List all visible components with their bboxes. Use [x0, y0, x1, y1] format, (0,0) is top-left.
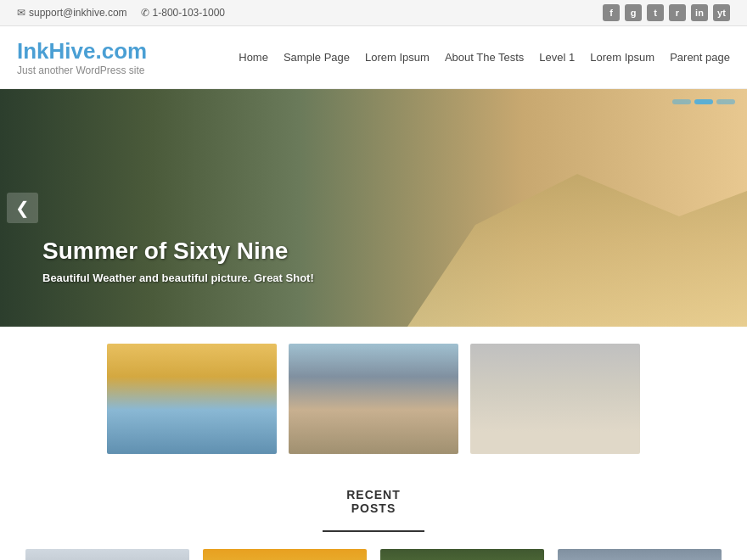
post-card-2: Hello world! Etiam pulvinar urna, lacus!…	[203, 549, 367, 560]
featured-image-3[interactable]	[470, 344, 640, 454]
section-title: RECENT POSTS	[323, 479, 424, 532]
top-bar: ✉ support@inkhive.com ✆ 1-800-103-1000 f…	[0, 0, 747, 26]
nav-parent-page[interactable]: Parent page	[670, 51, 730, 64]
featured-image-1[interactable]	[107, 344, 277, 454]
site-branding: InkHive.com Just another WordPress site	[17, 38, 147, 76]
email-icon: ✉	[17, 7, 25, 19]
featured-image-2[interactable]	[289, 344, 458, 454]
nav-lorem-ipsum-1[interactable]: Lorem Ipsum	[365, 51, 430, 64]
nav-home[interactable]: Home	[239, 51, 268, 64]
nav-about-tests[interactable]: About The Tests	[445, 51, 524, 64]
post-card-4: Images Test Image Alignment Tests: Un-Ca…	[558, 549, 722, 560]
slider-dot-2[interactable]	[694, 99, 713, 104]
rss-icon[interactable]: r	[669, 4, 686, 21]
post-card-1: Layout Test This is a sticky post!! Make…	[25, 549, 189, 560]
facebook-icon[interactable]: f	[603, 4, 620, 21]
post-thumb-2	[203, 549, 367, 560]
bike-image	[470, 344, 640, 454]
nav-sample-page[interactable]: Sample Page	[284, 51, 350, 64]
post-thumb-4	[558, 549, 722, 560]
main-nav: Home Sample Page Lorem Ipsum About The T…	[239, 51, 730, 64]
linkedin-icon[interactable]: in	[691, 4, 708, 21]
email-contact: ✉ support@inkhive.com	[17, 7, 127, 19]
google-plus-icon[interactable]: g	[625, 4, 642, 21]
sunset-image	[107, 344, 277, 454]
twitter-icon[interactable]: t	[647, 4, 664, 21]
hero-caption: Summer of Sixty Nine Beautiful Weather a…	[42, 238, 314, 284]
canal-image	[289, 344, 458, 454]
phone-icon: ✆	[141, 7, 149, 19]
site-title[interactable]: InkHive.com	[17, 38, 147, 64]
post-thumb-1	[25, 549, 189, 560]
social-links: f g t r in yt	[603, 4, 730, 21]
contact-info: ✉ support@inkhive.com ✆ 1-800-103-1000	[17, 7, 225, 19]
recent-posts-section: RECENT POSTS Layout Test This is a stick…	[0, 471, 747, 560]
slider-dot-1[interactable]	[672, 99, 691, 104]
site-description: Just another WordPress site	[17, 64, 147, 76]
slider-prev-button[interactable]: ❮	[7, 193, 38, 223]
hero-subtitle: Beautiful Weather and beautiful picture.…	[42, 272, 314, 284]
slider-dots	[672, 99, 735, 104]
nav-level1[interactable]: Level 1	[539, 51, 575, 64]
site-header: InkHive.com Just another WordPress site …	[0, 26, 747, 89]
featured-images	[0, 327, 747, 471]
phone-contact: ✆ 1-800-103-1000	[141, 7, 225, 19]
nav-lorem-ipsum-2[interactable]: Lorem Ipsum	[590, 51, 654, 64]
post-thumb-3	[380, 549, 544, 560]
slider-dot-3[interactable]	[716, 99, 735, 104]
youtube-icon[interactable]: yt	[713, 4, 730, 21]
email-address: support@inkhive.com	[29, 7, 127, 19]
hero-title: Summer of Sixty Nine	[42, 238, 314, 265]
hero-background	[0, 89, 747, 327]
phone-number: 1-800-103-1000	[153, 7, 225, 19]
hero-slider: Summer of Sixty Nine Beautiful Weather a…	[0, 89, 747, 327]
posts-grid: Layout Test This is a sticky post!! Make…	[25, 549, 722, 560]
post-card-3: Readability Test All children, except on…	[380, 549, 544, 560]
